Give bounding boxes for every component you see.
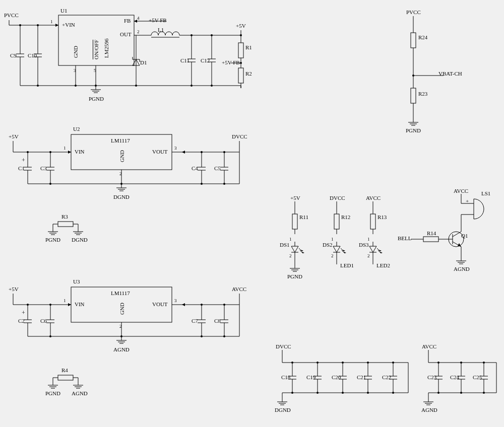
c11-ref: C11 (180, 57, 190, 63)
u2-pin3: 3 (174, 146, 177, 151)
net-led1: LED1 (340, 262, 354, 268)
c9-cap (16, 48, 24, 63)
u1-onoff: ON/OFF (93, 40, 99, 59)
c3-ref: C3 (40, 165, 47, 171)
net-agnd-3: AGND (454, 266, 470, 272)
r2-ref: R2 (245, 70, 252, 77)
r24-ref: R24 (418, 34, 427, 40)
c23-ref: C23 (427, 374, 436, 380)
c3-cap (46, 161, 54, 176)
r1-ref: R1 (245, 44, 252, 50)
d1-ref: D1 (140, 59, 147, 65)
u1-out: OUT (120, 31, 132, 37)
net-pvcc-2: PVCC (406, 9, 421, 15)
u2-pin2: 2 (119, 171, 122, 176)
u3-ref: U3 (73, 278, 80, 284)
net-agnd-1: AGND (113, 346, 130, 352)
net-dvcc-3: DVCC (276, 343, 291, 349)
u3-type: LM1117 (111, 290, 130, 296)
c6-ref: C6 (40, 318, 47, 324)
u2-vin: VIN (75, 149, 85, 155)
net-5v-1: +5V (236, 23, 246, 29)
u1-vin: +VIN (62, 22, 75, 28)
c7-ref: C7 (192, 318, 198, 324)
net-5v-4: +5V (290, 195, 300, 201)
u3-pin3: 3 (174, 298, 177, 303)
r13-ref: R13 (377, 214, 387, 220)
net-5v-3: +5V (9, 286, 19, 292)
u1-pin5: 5 (94, 68, 96, 73)
c21-ref: C21 (357, 374, 366, 380)
svg-line-118 (453, 232, 461, 237)
net-bell: BELL (398, 235, 412, 241)
net-pvcc: PVCC (4, 12, 19, 18)
u1-gnd: GND (73, 46, 79, 58)
u1-ref: U1 (60, 8, 67, 14)
c22-ref: C22 (382, 374, 391, 380)
net-avcc-2: AVCC (366, 195, 381, 201)
ds1-branch (290, 201, 304, 271)
net-5v-2: +5V (9, 133, 19, 139)
l1-ref: L1 (158, 27, 164, 33)
net-avcc-4: AVCC (422, 343, 436, 349)
c2-ref: C2 (18, 318, 25, 324)
c1-ref: C1 (18, 165, 25, 171)
net-vbatch: VBAT-CH (438, 70, 462, 77)
c24-ref: C24 (450, 374, 459, 380)
r11-ref: R11 (299, 214, 308, 220)
u2-gnd: GND (119, 150, 125, 162)
ds3-branch (369, 201, 383, 264)
c25-ref: C25 (473, 374, 482, 380)
net-5vfb-1: +5V FB (149, 17, 167, 23)
net-pgnd-2: PGND (45, 237, 60, 243)
c5-ref: C5 (214, 165, 221, 171)
ds1-p1: 1 (289, 237, 292, 242)
r14-ref: R14 (427, 230, 436, 236)
d1-diode (133, 35, 140, 87)
u1-pin1: 1 (50, 19, 53, 24)
net-agnd-2: AGND (72, 390, 88, 396)
net-dvcc-1: DVCC (232, 133, 247, 139)
u1-pin3: 3 (74, 68, 76, 73)
c12-ref: C12 (201, 57, 210, 63)
r23-ref: R23 (418, 91, 427, 97)
r3-ref: R3 (61, 214, 68, 220)
c20-ref: C20 (332, 374, 341, 380)
u2-type: LM1117 (111, 137, 130, 144)
u1-pin2: 2 (137, 29, 140, 34)
ds1-ref: DS1 (280, 242, 290, 248)
schematic-canvas: + + (0, 0, 504, 427)
c9-ref: C9 (10, 52, 17, 58)
svg-text:+: + (22, 157, 25, 164)
net-dvcc-2: DVCC (330, 195, 345, 201)
ls1-ref: LS1 (481, 190, 490, 196)
u1-pin4: 4 (137, 16, 140, 21)
ds2-p1: 1 (331, 237, 334, 242)
ds2-p2: 2 (331, 253, 334, 258)
c5-cap (220, 161, 228, 176)
c19-ref: C19 (306, 374, 316, 380)
q1-ref: Q1 (461, 233, 468, 239)
ds3-p1: 1 (367, 237, 370, 242)
u1-type: LM2596 (103, 39, 109, 58)
c18-ref: C18 (281, 374, 290, 380)
buzzer-block (411, 194, 484, 264)
u2-ref: U2 (73, 126, 80, 132)
c4-ref: C4 (192, 165, 198, 171)
net-avcc-3: AVCC (454, 188, 468, 194)
r2-resistor (238, 63, 243, 88)
u1-fb: FB (124, 18, 131, 24)
net-dgnd-1: DGND (113, 194, 130, 200)
net-led2: LED2 (376, 262, 390, 268)
u2-vout: VOUT (152, 149, 168, 155)
net-avcc-1: AVCC (232, 286, 246, 292)
net-pgnd-1: PGND (89, 96, 104, 102)
u2-pin1: 1 (64, 146, 66, 151)
l1-inductor (151, 32, 179, 37)
net-dgnd-2: DGND (72, 237, 88, 243)
u3-vin: VIN (75, 301, 85, 307)
ds3-ref: DS3 (359, 242, 369, 248)
net-pgnd-3: PGND (45, 390, 60, 396)
svg-text:+: + (22, 309, 25, 316)
ds2-branch (333, 201, 346, 264)
